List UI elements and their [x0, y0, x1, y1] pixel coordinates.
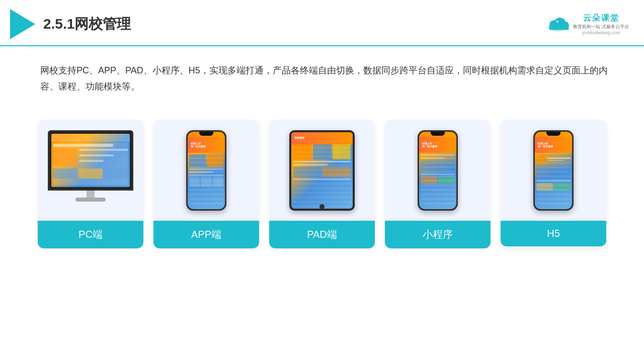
card-image-h5: 职速人的第一堂兴趣课	[501, 120, 606, 221]
card-label-app: APP端	[153, 221, 259, 248]
card-app: 职速人的第一堂兴趣课	[153, 120, 259, 248]
svg-rect-8	[550, 25, 569, 30]
svg-point-9	[556, 20, 559, 23]
card-label-pc: PC端	[38, 221, 143, 248]
pc-monitor-icon	[48, 130, 133, 211]
card-label-pad: PAD端	[269, 221, 375, 248]
cloud-icon	[545, 16, 570, 33]
card-image-pad: 课程管理	[269, 120, 375, 221]
page-header: 2.5.1网校管理 云朵课堂 教育机构一站 式	[0, 0, 644, 46]
device-cards-container: PC端 职速人的第一堂兴趣课	[0, 110, 644, 258]
description-text: 网校支持PC、APP、PAD、小程序、H5，实现多端打通，产品各终端自由切换，数…	[0, 46, 644, 105]
card-pad: 课程管理	[269, 120, 375, 248]
phone-mockup-miniapp: 职速人的第一堂兴趣课	[418, 130, 458, 211]
card-image-miniapp: 职速人的第一堂兴趣课	[385, 120, 491, 221]
brand-logo: 云朵课堂 教育机构一站 式服务云平台 yunduoketang.com	[545, 13, 629, 35]
phone-mockup-app: 职速人的第一堂兴趣课	[186, 130, 226, 211]
card-image-pc	[38, 120, 143, 221]
description-paragraph: 网校支持PC、APP、PAD、小程序、H5，实现多端打通，产品各终端自由切换，数…	[40, 62, 619, 95]
card-label-miniapp: 小程序	[385, 221, 491, 248]
card-miniapp: 职速人的第一堂兴趣课 小程序	[385, 120, 491, 248]
brand-tagline: 教育机构一站 式服务云平台	[573, 24, 629, 30]
brand-text: 云朵课堂 教育机构一站 式服务云平台 yunduoketang.com	[573, 13, 629, 35]
brand-name: 云朵课堂	[583, 13, 619, 24]
brand-url: yunduoketang.com	[582, 30, 620, 35]
phone-mockup-h5: 职速人的第一堂兴趣课	[533, 130, 574, 211]
card-h5: 职速人的第一堂兴趣课	[501, 120, 606, 248]
logo-triangle-icon	[10, 9, 35, 39]
header-right: 云朵课堂 教育机构一站 式服务云平台 yunduoketang.com	[545, 13, 629, 35]
card-label-h5: H5	[501, 221, 606, 246]
card-image-app: 职速人的第一堂兴趣课	[153, 120, 259, 221]
tablet-mockup-pad: 课程管理	[289, 130, 355, 211]
card-pc: PC端	[38, 120, 143, 248]
page-title: 2.5.1网校管理	[43, 15, 131, 34]
header-left: 2.5.1网校管理	[10, 9, 131, 39]
